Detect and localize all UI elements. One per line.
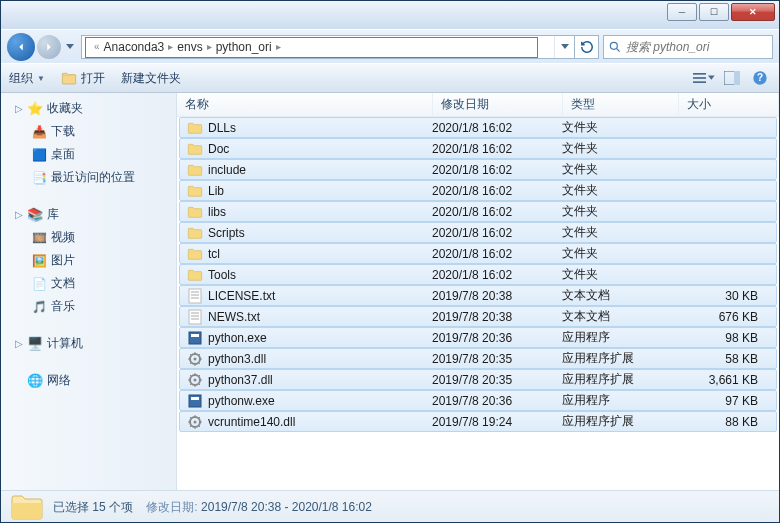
view-options-button[interactable] <box>693 67 715 89</box>
column-type[interactable]: 类型 <box>563 93 679 116</box>
file-pane: 名称 修改日期 类型 大小 DLLs2020/1/8 16:02文件夹Doc20… <box>177 93 779 490</box>
file-name: pythonw.exe <box>208 394 432 408</box>
search-box[interactable] <box>603 35 773 59</box>
sidebar-item[interactable]: 🟦桌面 <box>1 143 176 166</box>
refresh-button[interactable] <box>574 36 598 58</box>
file-row[interactable]: NEWS.txt2019/7/8 20:38文本文档676 KB <box>179 306 777 327</box>
chevron-icon[interactable]: ▸ <box>276 41 281 52</box>
svg-rect-2 <box>693 73 706 75</box>
svg-rect-17 <box>189 332 201 344</box>
chevron-icon[interactable]: ▸ <box>168 41 173 52</box>
folder-icon <box>186 183 204 199</box>
column-name[interactable]: 名称 <box>177 93 433 116</box>
open-button[interactable]: 打开 <box>61 70 105 87</box>
music-icon: 🎵 <box>31 299 47 315</box>
sidebar-favorites-header[interactable]: ▷ ⭐ 收藏夹 <box>1 97 176 120</box>
breadcrumb-segment[interactable]: Anaconda3 <box>104 40 165 54</box>
back-button[interactable] <box>7 33 35 61</box>
sidebar-libraries-header[interactable]: ▷ 📚 库 <box>1 203 176 226</box>
file-name: include <box>208 163 432 177</box>
file-row[interactable]: Doc2020/1/8 16:02文件夹 <box>179 138 777 159</box>
exe-icon <box>186 393 204 409</box>
nav-history-dropdown[interactable] <box>63 33 77 61</box>
breadcrumb-segment[interactable]: python_ori <box>216 40 272 54</box>
chevron-icon[interactable]: ▸ <box>207 41 212 52</box>
address-bar[interactable]: «Anaconda3▸envs▸python_ori▸ <box>81 35 599 59</box>
file-size: 97 KB <box>678 394 776 408</box>
svg-rect-3 <box>693 77 706 79</box>
file-row[interactable]: tcl2020/1/8 16:02文件夹 <box>179 243 777 264</box>
exe-icon <box>186 330 204 346</box>
file-type: 文件夹 <box>562 161 678 178</box>
file-name: tcl <box>208 247 432 261</box>
sidebar: ▷ ⭐ 收藏夹 📥下载🟦桌面📑最近访问的位置 ▷ 📚 库 🎞️视频🖼️图片📄文档… <box>1 93 177 490</box>
preview-pane-button[interactable] <box>721 67 743 89</box>
file-row[interactable]: Tools2020/1/8 16:02文件夹 <box>179 264 777 285</box>
file-type: 文本文档 <box>562 287 678 304</box>
file-row[interactable]: python37.dll2019/7/8 20:35应用程序扩展3,661 KB <box>179 369 777 390</box>
file-row[interactable]: include2020/1/8 16:02文件夹 <box>179 159 777 180</box>
file-row[interactable]: Scripts2020/1/8 16:02文件夹 <box>179 222 777 243</box>
desktop-icon: 🟦 <box>31 147 47 163</box>
chevron-icon: ▷ <box>15 338 25 349</box>
file-size: 676 KB <box>678 310 776 324</box>
sidebar-item[interactable]: 🎞️视频 <box>1 226 176 249</box>
file-name: Scripts <box>208 226 432 240</box>
file-date: 2020/1/8 16:02 <box>432 226 562 240</box>
chevron-icon: « <box>94 41 100 52</box>
maximize-button[interactable]: ☐ <box>699 3 729 21</box>
file-name: libs <box>208 205 432 219</box>
sidebar-item[interactable]: 🖼️图片 <box>1 249 176 272</box>
sidebar-item-label: 最近访问的位置 <box>51 169 135 186</box>
sidebar-network-header[interactable]: 🌐 网络 <box>1 369 176 392</box>
sidebar-item[interactable]: 📥下载 <box>1 120 176 143</box>
svg-rect-6 <box>734 71 740 85</box>
sidebar-item[interactable]: 🎵音乐 <box>1 295 176 318</box>
file-row[interactable]: DLLs2020/1/8 16:02文件夹 <box>179 117 777 138</box>
search-input[interactable] <box>626 40 768 54</box>
close-button[interactable]: ✕ <box>731 3 775 21</box>
file-date: 2019/7/8 20:35 <box>432 373 562 387</box>
open-label: 打开 <box>81 70 105 87</box>
dll-icon <box>186 414 204 430</box>
file-size: 30 KB <box>678 289 776 303</box>
file-row[interactable]: libs2020/1/8 16:02文件夹 <box>179 201 777 222</box>
organize-menu[interactable]: 组织▼ <box>9 70 45 87</box>
file-size: 58 KB <box>678 352 776 366</box>
file-row[interactable]: vcruntime140.dll2019/7/8 19:24应用程序扩展88 K… <box>179 411 777 432</box>
file-row[interactable]: Lib2020/1/8 16:02文件夹 <box>179 180 777 201</box>
svg-point-0 <box>610 42 617 49</box>
sidebar-item[interactable]: 📄文档 <box>1 272 176 295</box>
file-type: 应用程序扩展 <box>562 371 678 388</box>
file-name: Lib <box>208 184 432 198</box>
minimize-button[interactable]: ─ <box>667 3 697 21</box>
file-row[interactable]: LICENSE.txt2019/7/8 20:38文本文档30 KB <box>179 285 777 306</box>
svg-rect-23 <box>189 395 201 407</box>
file-name: vcruntime140.dll <box>208 415 432 429</box>
address-dropdown[interactable] <box>554 36 574 58</box>
breadcrumb-segment[interactable]: envs <box>177 40 202 54</box>
sidebar-item[interactable]: 📑最近访问的位置 <box>1 166 176 189</box>
forward-button[interactable] <box>37 35 61 59</box>
folder-icon <box>186 141 204 157</box>
status-bar: 已选择 15 个项 修改日期: 2019/7/8 20:38 - 2020/1/… <box>1 490 779 523</box>
organize-label: 组织 <box>9 70 33 87</box>
file-size: 3,661 KB <box>678 373 776 387</box>
folder-icon <box>186 204 204 220</box>
file-row[interactable]: python3.dll2019/7/8 20:35应用程序扩展58 KB <box>179 348 777 369</box>
file-date: 2020/1/8 16:02 <box>432 142 562 156</box>
sidebar-item-label: 音乐 <box>51 298 75 315</box>
toolbar: 组织▼ 打开 新建文件夹 ? <box>1 63 779 93</box>
file-row[interactable]: pythonw.exe2019/7/8 20:36应用程序97 KB <box>179 390 777 411</box>
file-row[interactable]: python.exe2019/7/8 20:36应用程序98 KB <box>179 327 777 348</box>
document-icon: 📄 <box>31 276 47 292</box>
new-folder-button[interactable]: 新建文件夹 <box>121 70 181 87</box>
help-button[interactable]: ? <box>749 67 771 89</box>
video-icon: 🎞️ <box>31 230 47 246</box>
file-type: 文件夹 <box>562 203 678 220</box>
sidebar-computer-header[interactable]: ▷ 🖥️ 计算机 <box>1 332 176 355</box>
column-size[interactable]: 大小 <box>679 93 779 116</box>
column-date[interactable]: 修改日期 <box>433 93 563 116</box>
recent-icon: 📑 <box>31 170 47 186</box>
file-type: 应用程序 <box>562 329 678 346</box>
